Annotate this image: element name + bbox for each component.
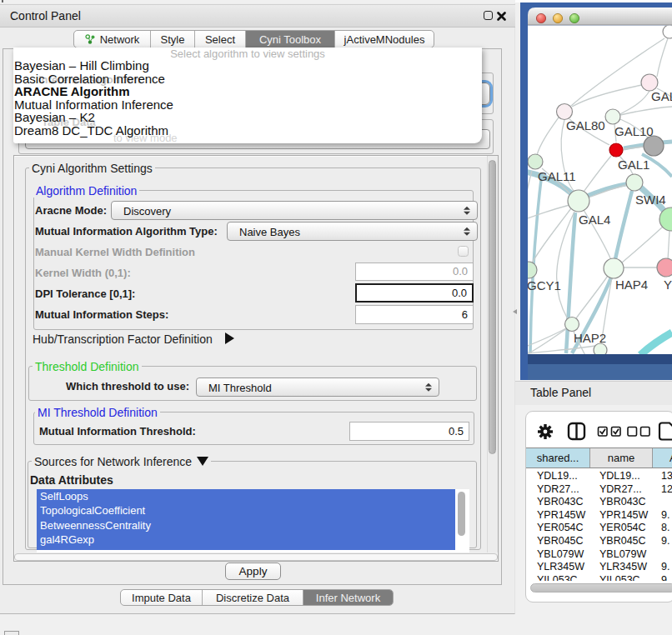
- svg-text:GAL1: GAL1: [618, 158, 649, 172]
- svg-text:GAL7: GAL7: [651, 89, 672, 103]
- svg-text:GAL80: GAL80: [566, 118, 605, 132]
- svg-text:GAL10: GAL10: [614, 124, 654, 138]
- svg-text:GAL11: GAL11: [538, 169, 576, 183]
- svg-text:HAP4: HAP4: [615, 278, 648, 292]
- svg-text:GCY1: GCY1: [527, 278, 561, 292]
- svg-text:YEL: YEL: [664, 278, 672, 292]
- svg-text:SWI4: SWI4: [635, 192, 666, 207]
- svg-text:HAP2: HAP2: [574, 331, 606, 345]
- svg-text:GAL4: GAL4: [579, 212, 610, 227]
